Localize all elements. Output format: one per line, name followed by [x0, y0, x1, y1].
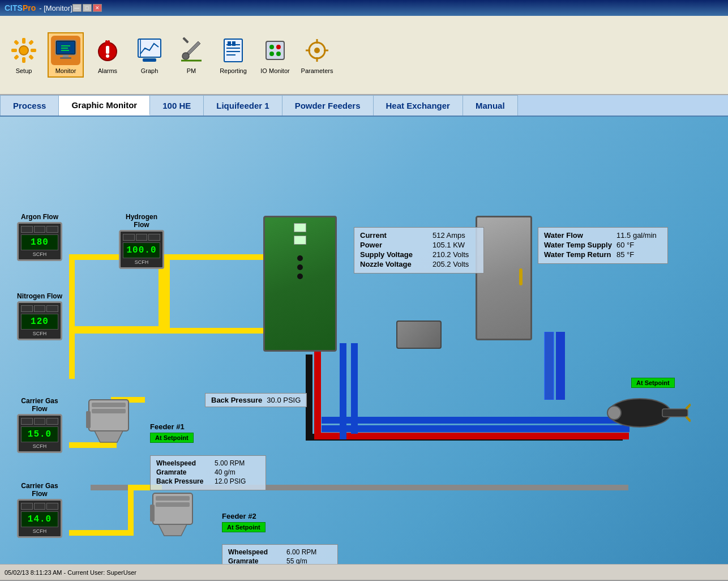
svg-point-36 — [269, 45, 274, 49]
toolbar-monitor[interactable]: Monitor — [48, 32, 84, 78]
toolbar-pm[interactable]: PM — [173, 33, 209, 77]
toolbar-io-monitor[interactable]: IO Monitor — [257, 33, 293, 77]
svg-line-49 — [686, 404, 691, 409]
close-button[interactable]: ✕ — [93, 4, 102, 12]
svg-rect-34 — [232, 41, 235, 46]
svg-rect-24 — [143, 58, 156, 62]
alarms-icon — [93, 36, 122, 65]
io-monitor-label: IO Monitor — [260, 67, 289, 74]
svg-point-48 — [607, 406, 621, 420]
supply-voltage-row: Supply Voltage 210.2 Volts — [360, 250, 478, 259]
water-supply-value: 60 °F — [616, 241, 662, 249]
tab-heat-exchanger[interactable]: Heat Exchanger — [374, 95, 463, 116]
gun-setpoint-badge: At Setpoint — [631, 377, 675, 388]
pipe-manifold-h — [164, 254, 266, 260]
setup-label: Setup — [16, 67, 32, 74]
app-logo: CITSPro — [5, 3, 36, 12]
nozzle-voltage-row: Nozzle Voltage 205.2 Volts — [360, 260, 478, 268]
feeder-2-info: Feeder #2 At Setpoint — [222, 512, 265, 532]
svg-marker-57 — [159, 524, 187, 536]
hydrogen-flow-meter[interactable]: 100.0 SCFH — [119, 230, 164, 269]
f1-backpressure-value: 12.0 PSIG — [215, 477, 260, 485]
toolbar-graph[interactable]: Graph — [131, 33, 168, 77]
current-label: Current — [360, 231, 428, 240]
toolbar-parameters[interactable]: Parameters — [299, 33, 335, 77]
hydrogen-flow-unit: SCFH — [123, 259, 160, 265]
svg-rect-7 — [28, 40, 34, 45]
power-dot-3 — [297, 274, 303, 279]
nitrogen-flow-meter[interactable]: 120 SCFH — [17, 301, 62, 340]
controller-box — [396, 321, 442, 349]
minimize-button[interactable]: — — [72, 4, 82, 12]
graph-label: Graph — [141, 67, 159, 74]
f1-gramrate-value: 40 g/m — [215, 468, 260, 476]
toolbar-alarms[interactable]: Alarms — [89, 33, 126, 77]
svg-rect-26 — [182, 37, 189, 43]
titlebar: CITSPro - [Monitor] — □ ✕ — [0, 0, 728, 16]
supply-voltage-value: 210.2 Volts — [432, 250, 478, 259]
toolbar-setup[interactable]: Setup — [6, 33, 42, 77]
tab-powder-feeders[interactable]: Powder Feeders — [282, 95, 374, 116]
svg-point-38 — [269, 52, 274, 56]
spray-gun — [606, 393, 691, 433]
svg-rect-47 — [662, 409, 688, 417]
power-dot-2 — [297, 264, 303, 270]
svg-point-25 — [182, 53, 189, 59]
nitrogen-flow-title: Nitrogen Flow — [17, 292, 62, 300]
back-pressure-value: 30.0 PSIG — [267, 396, 301, 404]
tab-liquifeeder1[interactable]: Liquifeeder 1 — [204, 95, 282, 116]
argon-flow-group: Argon Flow 180 SCFH — [17, 213, 62, 261]
setup-icon — [9, 36, 38, 65]
svg-rect-33 — [228, 41, 231, 46]
title-text: - [Monitor] — [39, 4, 72, 12]
back-pressure-panel: Back Pressure 30.0 PSIG — [205, 393, 307, 407]
power-label: Power — [360, 241, 428, 249]
main-content: At Setpoint Current 512 Amps Power 105.1… — [0, 117, 728, 564]
argon-flow-unit: SCFH — [21, 251, 58, 257]
carrier-gas-1-unit: SCFH — [21, 443, 58, 449]
pm-icon — [177, 36, 206, 65]
toolbar-reporting[interactable]: Reporting — [215, 33, 251, 77]
svg-rect-19 — [105, 40, 108, 45]
feeder-1-unit — [86, 394, 131, 447]
feeder-2-stats: Wheelspeed 6.00 RPM Gramrate 55 g/m Back… — [222, 544, 338, 564]
carrier-gas-2-meter[interactable]: 14.0 SCFH — [17, 499, 62, 538]
pipe-cg2-v — [128, 485, 134, 536]
tab-process[interactable]: Process — [0, 95, 59, 116]
water-supply-row: Water Temp Supply 60 °F — [544, 241, 662, 249]
water-return-label: Water Temp Return — [544, 250, 612, 259]
nozzle-voltage-label: Nozzle Voltage — [360, 260, 428, 268]
tabbar: Process Graphic Monitor 100 HE Liquifeed… — [0, 95, 728, 117]
power-info-panel: Current 512 Amps Power 105.1 KW Supply V… — [354, 227, 484, 274]
nozzle-voltage-value: 205.2 Volts — [432, 260, 478, 268]
gun-setpoint-label: At Setpoint — [631, 378, 675, 388]
feeder-2-label: Feeder #2 — [222, 512, 265, 520]
hydrogen-flow-group: Hydrogen Flow 100.0 SCFH — [119, 213, 164, 269]
pipe-manifold-v — [164, 254, 170, 334]
carrier-gas-1-meter[interactable]: 15.0 SCFH — [17, 414, 62, 453]
svg-rect-17 — [106, 46, 109, 54]
f2-gramrate-value: 55 g/m — [286, 557, 332, 564]
svg-rect-3 — [11, 49, 17, 52]
nitrogen-flow-value: 120 — [21, 314, 58, 330]
cable-red-h — [314, 433, 629, 439]
carrier-gas-2-title: Carrier Gas Flow — [17, 482, 62, 498]
power-value: 105.1 KW — [432, 241, 478, 249]
svg-rect-20 — [108, 40, 110, 45]
argon-flow-meter[interactable]: 180 SCFH — [17, 222, 62, 261]
carrier-gas-2-group: Carrier Gas Flow 14.0 SCFH — [17, 482, 62, 538]
f1-wheelspeed-label: Wheelspeed — [156, 459, 210, 467]
pm-label: PM — [187, 67, 196, 74]
feeder-1-stats: Wheelspeed 5.00 RPM Gramrate 40 g/m Back… — [150, 455, 266, 490]
tab-100he[interactable]: 100 HE — [150, 95, 204, 116]
feeder-1-status: At Setpoint — [150, 433, 194, 443]
svg-rect-58 — [156, 496, 190, 501]
f1-wheelspeed-value: 5.00 RPM — [215, 459, 260, 467]
power-light-2 — [294, 236, 306, 245]
f1-backpressure-label: Back Pressure — [156, 477, 210, 485]
tab-graphic-monitor[interactable]: Graphic Monitor — [59, 95, 150, 116]
svg-point-41 — [314, 48, 320, 53]
maximize-button[interactable]: □ — [83, 4, 92, 12]
svg-rect-53 — [92, 403, 126, 407]
tab-manual[interactable]: Manual — [463, 95, 518, 116]
